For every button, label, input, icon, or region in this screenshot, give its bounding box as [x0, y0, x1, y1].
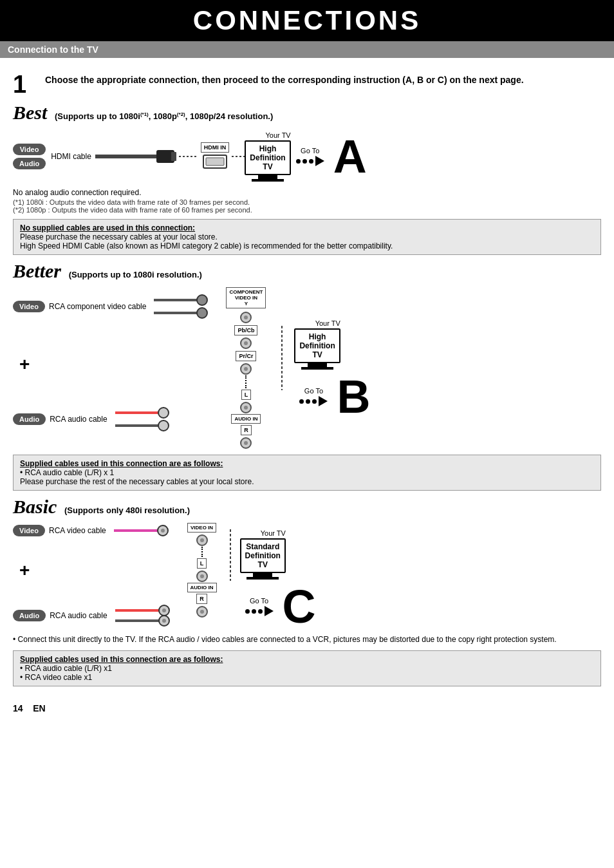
basic-your-tv: Your TV — [261, 529, 286, 537]
basic-dots-arrow — [245, 606, 274, 616]
basic-infobox-title: Supplied cables used in this connection … — [20, 655, 594, 664]
svg-point-40 — [200, 610, 204, 614]
basic-goto-row: Go To C — [240, 583, 316, 630]
step-row: 1 Choose the appropriate connection, the… — [13, 72, 601, 97]
basic-audio-row: Audio RCA audio cable — [13, 603, 180, 628]
component-video-label: COMPONENTVIDEO INY — [226, 287, 266, 308]
basic-label: Basic — [13, 496, 57, 517]
better-quality-row: Better (Supports up to 1080i resolution.… — [13, 260, 601, 282]
svg-point-16 — [244, 316, 248, 319]
basic-note: • Connect this unit directly to the TV. … — [13, 635, 601, 644]
svg-point-38 — [200, 574, 204, 578]
step-number: 1 — [13, 72, 45, 97]
svg-rect-5 — [206, 158, 224, 165]
basic-right: Your TV Standard Definition TV Go To — [240, 523, 316, 630]
basic-left: Video RCA video cable + Audio RCA audio … — [13, 523, 180, 628]
basic-video-port-svg — [192, 534, 212, 547]
pr-cr-label: Pr/Cr — [236, 351, 256, 361]
better-audio-r-label: R — [241, 425, 252, 435]
tv-base — [252, 179, 284, 182]
basic-audio-r-svg — [192, 605, 212, 618]
best-infobox-line2: High Speed HDMI Cable (also known as HDM… — [20, 241, 594, 250]
basic-infobox-line1: • RCA audio cable (L/R) x1 — [20, 664, 594, 673]
best-video-badge: Video — [13, 144, 46, 155]
basic-tv-screen: Standard Definition TV — [240, 538, 286, 573]
better-dots-arrow — [299, 396, 328, 406]
content-area: 1 Choose the appropriate connection, the… — [0, 58, 614, 698]
port-audio-l-svg — [236, 401, 256, 414]
page-header: CONNECTIONS — [0, 0, 614, 41]
basic-plus: + — [19, 560, 180, 581]
better-infobox-line2: Please purchase the rest of the necessar… — [20, 477, 594, 486]
basic-audio-in: AUDIO IN — [187, 583, 217, 592]
port-pr-svg — [236, 363, 256, 375]
best-subtitle: (Supports up to 1080i(*1), 1080p(*2), 10… — [55, 111, 273, 121]
better-goto-area: Go To — [299, 387, 328, 406]
best-badge-stack: Video Audio — [13, 144, 46, 169]
better-dotted-sep — [245, 375, 247, 388]
svg-point-22 — [244, 406, 248, 410]
svg-point-14 — [158, 420, 169, 431]
better-audio-row: Audio RCA audio cable — [13, 403, 218, 435]
basic-audio-r: R — [196, 594, 207, 604]
dot2 — [302, 159, 307, 164]
page-title: CONNECTIONS — [0, 5, 614, 36]
better-audio-cable: RCA audio cable — [50, 415, 107, 424]
better-infobox-title: Supplied cables used in this connection … — [20, 459, 594, 468]
basic-infobox-line2: • RCA video cable x1 — [20, 673, 594, 682]
basic-diagram: Video RCA video cable + Audio RCA audio … — [13, 523, 601, 630]
port-audio-r-svg — [236, 437, 256, 449]
svg-point-24 — [244, 441, 248, 445]
better-audio-badge: Audio — [13, 413, 46, 425]
port-pb-svg — [236, 337, 256, 350]
best-letter: A — [333, 133, 367, 180]
better-tv-base — [301, 367, 333, 370]
better-tv-container: Your TV High Definition TV — [294, 319, 340, 370]
svg-point-12 — [158, 408, 169, 418]
page-footer: 14 EN — [0, 698, 614, 719]
svg-point-10 — [197, 308, 207, 318]
best-tv-screen: High Definition TV — [245, 140, 290, 175]
basic-audio-l-svg — [192, 570, 212, 583]
better-your-tv: Your TV — [315, 319, 340, 327]
basic-audio-badge: Audio — [13, 610, 46, 621]
better-audio-l-label: L — [241, 390, 252, 400]
hdmi-port-area: HDMI IN — [201, 142, 230, 171]
hdmi-cable-svg — [95, 145, 179, 168]
basic-audio-l: L — [197, 558, 207, 569]
basic-tv-base — [247, 577, 279, 580]
svg-point-31 — [162, 609, 166, 612]
best-infobox: No supplied cables are used in this conn… — [13, 219, 601, 255]
basic-video-badge: Video — [13, 525, 45, 536]
better-goto-row: Go To B — [294, 373, 370, 420]
dots-line-best — [179, 153, 198, 160]
better-video-row: Video RCA component video cable — [13, 287, 218, 326]
better-infobox: Supplied cables used in this connection … — [13, 455, 601, 491]
best-footnote1: (*1) 1080i : Outputs the video data with… — [13, 198, 601, 206]
svg-point-20 — [244, 367, 248, 371]
basic-quality-row: Basic (Supports only 480i resolution.) — [13, 496, 601, 518]
basic-ports: VIDEO IN L AUDIO IN R — [187, 523, 217, 618]
hdmi-in-label: HDMI IN — [201, 142, 230, 153]
better-audio-in-label: AUDIO IN — [231, 414, 261, 424]
basic-dotted-sep — [201, 547, 203, 557]
basic-tv-container: Your TV Standard Definition TV — [240, 529, 286, 580]
better-right: Your TV High Definition TV Go To — [294, 287, 370, 420]
better-video-cable: RCA component video cable — [49, 302, 146, 311]
svg-point-36 — [200, 538, 204, 542]
better-dotted — [272, 287, 292, 390]
best-infobox-title: No supplied cables are used in this conn… — [20, 223, 594, 232]
better-infobox-line1: • RCA audio cable (L/R) x 1 — [20, 468, 594, 477]
page-lang: EN — [33, 703, 45, 713]
basic-subtitle: (Supports only 480i resolution.) — [64, 505, 190, 515]
basic-video-row: Video RCA video cable — [13, 523, 180, 538]
svg-point-8 — [197, 295, 207, 305]
basic-audio-cable: RCA audio cable — [50, 611, 107, 620]
hdmi-port-svg — [201, 153, 229, 171]
best-cable-label: HDMI cable — [51, 152, 91, 161]
arrow-right — [315, 156, 324, 166]
better-subtitle: (Supports up to 1080i resolution.) — [69, 270, 202, 279]
rca-audio-cable-svg — [115, 403, 180, 435]
basic-video-cable: RCA video cable — [49, 526, 106, 535]
best-note: No analog audio connection required. — [13, 188, 601, 197]
